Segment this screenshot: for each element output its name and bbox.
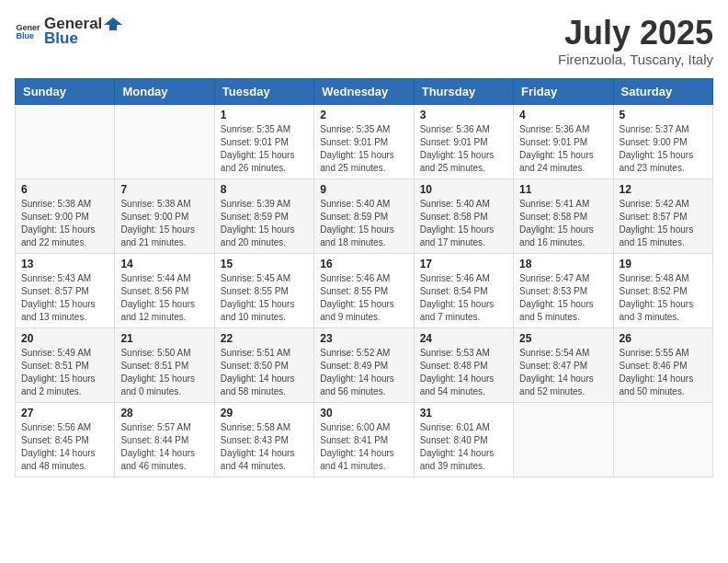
page-header: General Blue General Blue July 2025 Fire… xyxy=(15,15,713,67)
header-sunday: Sunday xyxy=(16,78,115,104)
calendar-cell-w2-d4: 9Sunrise: 5:40 AMSunset: 8:59 PMDaylight… xyxy=(314,178,414,253)
day-detail: Sunrise: 5:35 AMSunset: 9:01 PMDaylight:… xyxy=(320,123,407,175)
calendar-cell-w2-d2: 7Sunrise: 5:38 AMSunset: 9:00 PMDaylight… xyxy=(115,178,214,253)
day-number: 14 xyxy=(120,258,208,270)
day-detail: Sunrise: 5:36 AMSunset: 9:01 PMDaylight:… xyxy=(519,123,607,175)
header-saturday: Saturday xyxy=(613,78,712,104)
logo-bird-icon xyxy=(104,16,122,32)
day-number: 6 xyxy=(21,183,108,196)
calendar-week-2: 6Sunrise: 5:38 AMSunset: 9:00 PMDaylight… xyxy=(16,178,713,253)
day-number: 27 xyxy=(21,407,108,419)
calendar-table: Sunday Monday Tuesday Wednesday Thursday… xyxy=(15,78,713,477)
calendar-cell-w1-d6: 4Sunrise: 5:36 AMSunset: 9:01 PMDaylight… xyxy=(514,104,613,178)
day-detail: Sunrise: 6:01 AMSunset: 8:40 PMDaylight:… xyxy=(420,421,507,473)
svg-text:Blue: Blue xyxy=(16,31,34,40)
day-number: 11 xyxy=(519,183,607,196)
day-number: 19 xyxy=(620,258,707,270)
calendar-week-4: 20Sunrise: 5:49 AMSunset: 8:51 PMDayligh… xyxy=(16,327,713,402)
calendar-cell-w3-d2: 14Sunrise: 5:44 AMSunset: 8:56 PMDayligh… xyxy=(115,253,214,327)
day-number: 16 xyxy=(320,258,407,270)
calendar-cell-w5-d4: 30Sunrise: 6:00 AMSunset: 8:41 PMDayligh… xyxy=(314,402,414,477)
day-number: 12 xyxy=(620,183,707,196)
day-number: 24 xyxy=(420,332,507,345)
day-number: 22 xyxy=(221,332,308,345)
calendar-cell-w2-d6: 11Sunrise: 5:41 AMSunset: 8:58 PMDayligh… xyxy=(514,178,613,253)
calendar-cell-w5-d3: 29Sunrise: 5:58 AMSunset: 8:43 PMDayligh… xyxy=(214,402,313,477)
day-detail: Sunrise: 5:45 AMSunset: 8:55 PMDaylight:… xyxy=(221,272,308,324)
calendar-cell-w5-d5: 31Sunrise: 6:01 AMSunset: 8:40 PMDayligh… xyxy=(414,402,513,477)
day-detail: Sunrise: 5:41 AMSunset: 8:58 PMDaylight:… xyxy=(519,198,607,249)
day-detail: Sunrise: 5:56 AMSunset: 8:45 PMDaylight:… xyxy=(21,421,108,473)
day-number: 25 xyxy=(519,332,607,345)
day-detail: Sunrise: 5:43 AMSunset: 8:57 PMDaylight:… xyxy=(21,272,108,324)
calendar-cell-w4-d1: 20Sunrise: 5:49 AMSunset: 8:51 PMDayligh… xyxy=(16,327,115,402)
day-number: 29 xyxy=(221,407,308,419)
day-number: 21 xyxy=(120,332,208,345)
calendar-cell-w4-d4: 23Sunrise: 5:52 AMSunset: 8:49 PMDayligh… xyxy=(314,327,414,402)
calendar-cell-w1-d2 xyxy=(115,104,214,178)
calendar-week-3: 13Sunrise: 5:43 AMSunset: 8:57 PMDayligh… xyxy=(16,253,713,327)
day-detail: Sunrise: 5:36 AMSunset: 9:01 PMDaylight:… xyxy=(420,123,507,175)
day-detail: Sunrise: 5:39 AMSunset: 8:59 PMDaylight:… xyxy=(221,198,308,249)
day-number: 23 xyxy=(320,332,407,345)
day-detail: Sunrise: 5:40 AMSunset: 8:58 PMDaylight:… xyxy=(420,198,507,249)
day-number: 13 xyxy=(21,258,108,270)
day-detail: Sunrise: 5:37 AMSunset: 9:00 PMDaylight:… xyxy=(620,123,707,175)
day-number: 4 xyxy=(519,109,607,121)
calendar-cell-w1-d4: 2Sunrise: 5:35 AMSunset: 9:01 PMDaylight… xyxy=(314,104,414,178)
location-subtitle: Firenzuola, Tuscany, Italy xyxy=(558,52,713,67)
calendar-cell-w4-d6: 25Sunrise: 5:54 AMSunset: 8:47 PMDayligh… xyxy=(514,327,613,402)
calendar-cell-w1-d1 xyxy=(16,104,115,178)
day-detail: Sunrise: 5:42 AMSunset: 8:57 PMDaylight:… xyxy=(620,198,707,249)
logo: General Blue General Blue xyxy=(15,15,124,48)
month-year-title: July 2025 xyxy=(558,15,713,52)
calendar-cell-w4-d2: 21Sunrise: 5:50 AMSunset: 8:51 PMDayligh… xyxy=(115,327,214,402)
day-detail: Sunrise: 5:57 AMSunset: 8:44 PMDaylight:… xyxy=(120,421,208,473)
header-friday: Friday xyxy=(514,78,613,104)
day-detail: Sunrise: 5:53 AMSunset: 8:48 PMDaylight:… xyxy=(420,347,507,398)
calendar-cell-w1-d5: 3Sunrise: 5:36 AMSunset: 9:01 PMDaylight… xyxy=(414,104,513,178)
day-detail: Sunrise: 5:46 AMSunset: 8:54 PMDaylight:… xyxy=(420,272,507,324)
calendar-cell-w5-d2: 28Sunrise: 5:57 AMSunset: 8:44 PMDayligh… xyxy=(115,402,214,477)
calendar-header-row: Sunday Monday Tuesday Wednesday Thursday… xyxy=(16,78,713,104)
svg-text:General: General xyxy=(16,23,40,32)
day-detail: Sunrise: 5:50 AMSunset: 8:51 PMDaylight:… xyxy=(120,347,208,398)
day-number: 2 xyxy=(320,109,407,121)
day-number: 3 xyxy=(420,109,507,121)
day-number: 26 xyxy=(620,332,707,345)
day-number: 15 xyxy=(221,258,308,270)
day-detail: Sunrise: 5:40 AMSunset: 8:59 PMDaylight:… xyxy=(320,198,407,249)
calendar-cell-w3-d3: 15Sunrise: 5:45 AMSunset: 8:55 PMDayligh… xyxy=(214,253,313,327)
day-number: 8 xyxy=(221,183,308,196)
calendar-cell-w4-d5: 24Sunrise: 5:53 AMSunset: 8:48 PMDayligh… xyxy=(414,327,513,402)
header-monday: Monday xyxy=(115,78,214,104)
day-number: 30 xyxy=(320,407,407,419)
calendar-cell-w5-d1: 27Sunrise: 5:56 AMSunset: 8:45 PMDayligh… xyxy=(16,402,115,477)
day-detail: Sunrise: 5:47 AMSunset: 8:53 PMDaylight:… xyxy=(519,272,607,324)
logo-icon: General Blue xyxy=(15,18,40,44)
calendar-cell-w4-d7: 26Sunrise: 5:55 AMSunset: 8:46 PMDayligh… xyxy=(613,327,712,402)
day-detail: Sunrise: 5:48 AMSunset: 8:52 PMDaylight:… xyxy=(620,272,707,324)
day-number: 10 xyxy=(420,183,507,196)
calendar-cell-w1-d3: 1Sunrise: 5:35 AMSunset: 9:01 PMDaylight… xyxy=(214,104,313,178)
calendar-cell-w5-d6 xyxy=(514,402,613,477)
header-tuesday: Tuesday xyxy=(214,78,313,104)
calendar-cell-w5-d7 xyxy=(613,402,712,477)
calendar-cell-w1-d7: 5Sunrise: 5:37 AMSunset: 9:00 PMDaylight… xyxy=(613,104,712,178)
calendar-cell-w3-d7: 19Sunrise: 5:48 AMSunset: 8:52 PMDayligh… xyxy=(613,253,712,327)
day-detail: Sunrise: 5:58 AMSunset: 8:43 PMDaylight:… xyxy=(221,421,308,473)
header-wednesday: Wednesday xyxy=(314,78,414,104)
calendar-cell-w3-d1: 13Sunrise: 5:43 AMSunset: 8:57 PMDayligh… xyxy=(16,253,115,327)
calendar-cell-w2-d3: 8Sunrise: 5:39 AMSunset: 8:59 PMDaylight… xyxy=(214,178,313,253)
day-number: 20 xyxy=(21,332,108,345)
day-number: 28 xyxy=(120,407,208,419)
calendar-week-1: 1Sunrise: 5:35 AMSunset: 9:01 PMDaylight… xyxy=(16,104,713,178)
day-detail: Sunrise: 5:52 AMSunset: 8:49 PMDaylight:… xyxy=(320,347,407,398)
calendar-cell-w3-d5: 17Sunrise: 5:46 AMSunset: 8:54 PMDayligh… xyxy=(414,253,513,327)
day-detail: Sunrise: 5:49 AMSunset: 8:51 PMDaylight:… xyxy=(21,347,108,398)
day-detail: Sunrise: 5:44 AMSunset: 8:56 PMDaylight:… xyxy=(120,272,208,324)
calendar-cell-w4-d3: 22Sunrise: 5:51 AMSunset: 8:50 PMDayligh… xyxy=(214,327,313,402)
day-number: 17 xyxy=(420,258,507,270)
calendar-cell-w3-d4: 16Sunrise: 5:46 AMSunset: 8:55 PMDayligh… xyxy=(314,253,414,327)
calendar-cell-w3-d6: 18Sunrise: 5:47 AMSunset: 8:53 PMDayligh… xyxy=(514,253,613,327)
